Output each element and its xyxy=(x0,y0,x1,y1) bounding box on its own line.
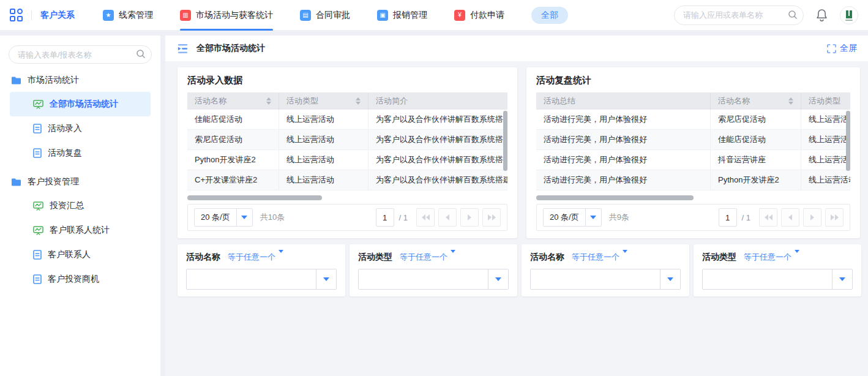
column-header[interactable]: 活动总结 xyxy=(536,92,711,110)
chevron-down-icon[interactable] xyxy=(316,269,336,289)
table-cell: 线上运营活动 xyxy=(801,130,850,149)
dashboard-content: 活动录入数据活动名称活动类型活动简介佳能店促活动线上运营活动为客户以及合作伙伴讲… xyxy=(165,61,868,376)
sidebar-item[interactable]: 活动复盘 xyxy=(10,141,151,165)
sidebar-group-header[interactable]: 市场活动统计 xyxy=(0,69,160,92)
vertical-scrollbar[interactable] xyxy=(846,111,850,171)
column-header[interactable]: 活动类型 xyxy=(279,92,369,110)
last-page-button[interactable] xyxy=(825,208,844,227)
cell-text: 线上运营活动 xyxy=(809,114,850,125)
chevron-down-icon[interactable] xyxy=(488,269,508,289)
filter-value-select[interactable] xyxy=(358,269,509,290)
page-size-value: 20 条/页 xyxy=(544,212,585,223)
column-header-label: 活动名称 xyxy=(195,96,226,107)
apps-grid-icon[interactable] xyxy=(10,9,23,21)
page-input[interactable]: 1 xyxy=(376,208,394,227)
column-header[interactable]: 活动简介 xyxy=(369,92,507,110)
filter-condition-dropdown[interactable]: 等于任意一个 xyxy=(228,252,283,263)
column-header[interactable]: 活动名称 xyxy=(711,92,801,110)
all-apps-pill[interactable]: 全部 xyxy=(531,7,568,24)
app-tab[interactable]: ★线索管理 xyxy=(103,0,153,31)
cell-text: 为客户以及合作伙伴讲解百数系统搭建 xyxy=(376,114,507,125)
app-tab[interactable]: ▣报销管理 xyxy=(377,0,427,31)
next-page-button[interactable] xyxy=(460,208,479,227)
total-count: 共9条 xyxy=(609,212,629,223)
filter-value-select[interactable] xyxy=(530,269,681,290)
sidebar-item[interactable]: 投资汇总 xyxy=(10,194,151,218)
table-row[interactable]: 活动进行完美，用户体验很好佳能店促活动线上运营活动 xyxy=(536,130,850,150)
table-row[interactable]: C+开发课堂讲座2线上运营活动为客户以及合作伙伴讲解百数系统搭建 xyxy=(187,170,507,190)
search-icon[interactable] xyxy=(136,49,146,61)
page-title: 全部市场活动统计 xyxy=(196,43,265,54)
table-row[interactable]: 活动进行完美，用户体验很好Python开发讲座2线上运营活动 xyxy=(536,170,850,190)
total-count: 共10条 xyxy=(260,212,285,223)
sidebar: 市场活动统计全部市场活动统计活动录入活动复盘客户投资管理投资汇总客户联系人统计客… xyxy=(0,36,160,376)
prev-page-button[interactable] xyxy=(781,208,799,227)
cell-text: Python开发讲座2 xyxy=(195,154,256,165)
sidebar-item[interactable]: 客户投资商机 xyxy=(10,267,151,291)
app-tab[interactable]: ¥付款申请 xyxy=(454,0,504,31)
horizontal-scrollbar-thumb[interactable] xyxy=(187,195,322,200)
search-icon[interactable] xyxy=(788,10,798,22)
filter-value-select[interactable] xyxy=(186,269,337,290)
cell-text: 线上运营活动 xyxy=(809,134,850,145)
chevron-down-icon[interactable] xyxy=(236,209,252,226)
filter-card: 活动类型等于任意一个 xyxy=(350,244,517,296)
filter-condition-dropdown[interactable]: 等于任意一个 xyxy=(572,252,627,263)
filter-value-select[interactable] xyxy=(702,269,853,290)
first-page-button[interactable] xyxy=(759,208,777,227)
prev-page-button[interactable] xyxy=(438,208,457,227)
filter-condition-dropdown[interactable]: 等于任意一个 xyxy=(400,252,455,263)
next-page-button[interactable] xyxy=(803,208,821,227)
chevron-down-icon[interactable] xyxy=(660,269,680,289)
sort-icon[interactable] xyxy=(356,97,361,105)
collapse-sidebar-icon[interactable] xyxy=(176,43,189,55)
fullscreen-button[interactable]: 全屏 xyxy=(827,43,857,54)
horizontal-scrollbar[interactable] xyxy=(536,195,850,200)
workspace-label[interactable]: 客户关系 xyxy=(40,10,75,21)
sidebar-group-label: 客户投资管理 xyxy=(28,176,79,187)
sidebar-item[interactable]: 客户联系人统计 xyxy=(10,218,151,243)
global-search-input[interactable] xyxy=(674,6,804,25)
sidebar-group: 客户投资管理投资汇总客户联系人统计客户联系人客户投资商机 xyxy=(0,170,160,291)
table-header-row: 活动名称活动类型活动简介 xyxy=(187,92,507,110)
table-row[interactable]: 活动进行完美，用户体验很好抖音运营讲座线上运营活动 xyxy=(536,150,850,170)
cell-text: 活动进行完美，用户体验很好 xyxy=(544,175,647,186)
notification-bell-icon[interactable] xyxy=(816,9,828,21)
page-size-select[interactable]: 20 条/页 xyxy=(543,208,602,227)
app-tab[interactable]: ▤合同审批 xyxy=(300,0,350,31)
filter-label: 活动类型 xyxy=(358,252,392,263)
sidebar-item[interactable]: 全部市场活动统计 xyxy=(10,92,151,116)
page-input[interactable]: 1 xyxy=(719,208,737,227)
page-size-select[interactable]: 20 条/页 xyxy=(194,208,253,227)
page-size-value: 20 条/页 xyxy=(195,212,236,223)
vertical-scrollbar[interactable] xyxy=(503,111,507,171)
report-icon xyxy=(33,225,43,235)
horizontal-scrollbar-thumb[interactable] xyxy=(536,195,694,200)
table-row[interactable]: 活动进行完美，用户体验很好索尼店促活动线上运营活动 xyxy=(536,110,850,130)
sidebar-search-input[interactable] xyxy=(9,45,152,64)
table-cell: 为客户以及合作伙伴讲解百数系统搭建 xyxy=(369,150,507,170)
cell-text: 线上运营活动 xyxy=(809,175,850,186)
horizontal-scrollbar[interactable] xyxy=(187,195,507,200)
sidebar-item[interactable]: 客户联系人 xyxy=(10,243,151,267)
sort-icon[interactable] xyxy=(266,97,271,105)
table-row[interactable]: Python开发讲座2线上运营活动为客户以及合作伙伴讲解百数系统搭建 xyxy=(187,150,507,170)
column-header[interactable]: 活动类型 xyxy=(801,92,850,110)
chevron-down-icon[interactable] xyxy=(832,269,852,289)
table-row[interactable]: 佳能店促活动线上运营活动为客户以及合作伙伴讲解百数系统搭建 xyxy=(187,110,507,130)
last-page-button[interactable] xyxy=(482,208,501,227)
table-row[interactable]: 索尼店促活动线上运营活动为客户以及合作伙伴讲解百数系统搭建 xyxy=(187,130,507,150)
app-tab-label: 付款申请 xyxy=(470,10,504,21)
sidebar-item[interactable]: 活动录入 xyxy=(10,116,151,141)
filter-condition-dropdown[interactable]: 等于任意一个 xyxy=(744,252,799,263)
chevron-down-icon[interactable] xyxy=(585,209,601,226)
clipped-row xyxy=(187,190,507,194)
cell-text: 为客户以及合作伙伴讲解百数系统搭建 xyxy=(376,134,507,145)
column-header[interactable]: 活动名称 xyxy=(187,92,279,110)
data-table: 活动名称活动类型活动简介佳能店促活动线上运营活动为客户以及合作伙伴讲解百数系统搭… xyxy=(187,92,507,194)
sort-icon[interactable] xyxy=(788,97,793,105)
user-avatar[interactable] xyxy=(840,6,858,24)
app-tab[interactable]: ▥市场活动与获客统计 xyxy=(180,0,273,31)
first-page-button[interactable] xyxy=(416,208,435,227)
sidebar-group-header[interactable]: 客户投资管理 xyxy=(0,170,160,194)
